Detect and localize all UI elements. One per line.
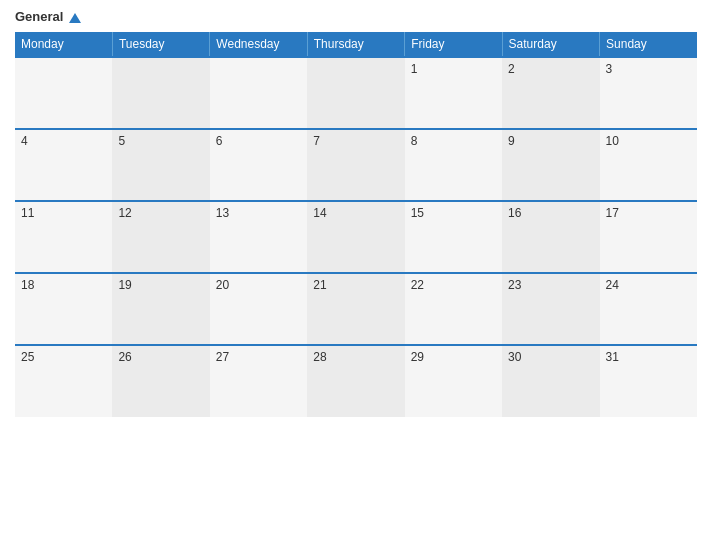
day-number: 9: [508, 134, 515, 148]
logo-general-text: General: [15, 10, 81, 24]
calendar-day-cell: 14: [307, 201, 404, 273]
day-number: 24: [606, 278, 619, 292]
calendar-day-cell: 11: [15, 201, 112, 273]
calendar-day-cell: 30: [502, 345, 599, 417]
day-header-tuesday: Tuesday: [112, 32, 209, 57]
day-header-wednesday: Wednesday: [210, 32, 307, 57]
day-number: 29: [411, 350, 424, 364]
calendar-day-cell: 31: [600, 345, 697, 417]
calendar-day-cell: 3: [600, 57, 697, 129]
calendar-day-cell: 8: [405, 129, 502, 201]
calendar-day-cell: 28: [307, 345, 404, 417]
calendar-day-cell: 19: [112, 273, 209, 345]
calendar-day-cell: 2: [502, 57, 599, 129]
page: General MondayTuesdayWednesdayThursdayFr…: [0, 0, 712, 550]
logo-triangle-icon: [69, 13, 81, 23]
day-number: 5: [118, 134, 125, 148]
calendar-day-cell: 1: [405, 57, 502, 129]
day-header-friday: Friday: [405, 32, 502, 57]
day-number: 2: [508, 62, 515, 76]
calendar-day-cell: 5: [112, 129, 209, 201]
day-number: 28: [313, 350, 326, 364]
calendar-day-cell: 21: [307, 273, 404, 345]
calendar-header-row: MondayTuesdayWednesdayThursdayFridaySatu…: [15, 32, 697, 57]
calendar-day-cell: 15: [405, 201, 502, 273]
day-number: 15: [411, 206, 424, 220]
day-number: 3: [606, 62, 613, 76]
day-number: 25: [21, 350, 34, 364]
calendar-day-cell: 7: [307, 129, 404, 201]
calendar-day-cell: 27: [210, 345, 307, 417]
calendar-week-row: 11121314151617: [15, 201, 697, 273]
day-number: 23: [508, 278, 521, 292]
calendar-day-cell: 9: [502, 129, 599, 201]
day-number: 18: [21, 278, 34, 292]
calendar-day-cell: 18: [15, 273, 112, 345]
day-number: 10: [606, 134, 619, 148]
day-number: 14: [313, 206, 326, 220]
day-number: 21: [313, 278, 326, 292]
calendar-day-cell: [307, 57, 404, 129]
calendar-day-cell: 25: [15, 345, 112, 417]
day-number: 6: [216, 134, 223, 148]
calendar-day-cell: [15, 57, 112, 129]
day-number: 31: [606, 350, 619, 364]
calendar-day-cell: 13: [210, 201, 307, 273]
day-number: 13: [216, 206, 229, 220]
calendar-table: MondayTuesdayWednesdayThursdayFridaySatu…: [15, 32, 697, 417]
calendar-week-row: 45678910: [15, 129, 697, 201]
calendar-day-cell: 23: [502, 273, 599, 345]
day-number: 26: [118, 350, 131, 364]
day-number: 4: [21, 134, 28, 148]
calendar-day-cell: 29: [405, 345, 502, 417]
day-number: 12: [118, 206, 131, 220]
day-header-saturday: Saturday: [502, 32, 599, 57]
calendar-week-row: 18192021222324: [15, 273, 697, 345]
day-header-monday: Monday: [15, 32, 112, 57]
header: General: [15, 10, 697, 24]
day-number: 19: [118, 278, 131, 292]
day-header-sunday: Sunday: [600, 32, 697, 57]
calendar-day-cell: 6: [210, 129, 307, 201]
day-number: 1: [411, 62, 418, 76]
day-number: 17: [606, 206, 619, 220]
calendar-day-cell: 16: [502, 201, 599, 273]
day-number: 22: [411, 278, 424, 292]
calendar-day-cell: 26: [112, 345, 209, 417]
calendar-day-cell: 20: [210, 273, 307, 345]
calendar-day-cell: [112, 57, 209, 129]
calendar-day-cell: 12: [112, 201, 209, 273]
day-number: 16: [508, 206, 521, 220]
calendar-day-cell: 24: [600, 273, 697, 345]
calendar-day-cell: 10: [600, 129, 697, 201]
day-number: 7: [313, 134, 320, 148]
calendar-day-cell: 17: [600, 201, 697, 273]
day-number: 27: [216, 350, 229, 364]
day-header-thursday: Thursday: [307, 32, 404, 57]
day-number: 20: [216, 278, 229, 292]
day-number: 11: [21, 206, 34, 220]
calendar-day-cell: [210, 57, 307, 129]
calendar-week-row: 25262728293031: [15, 345, 697, 417]
logo: General: [15, 10, 81, 24]
calendar-day-cell: 22: [405, 273, 502, 345]
day-number: 30: [508, 350, 521, 364]
calendar-day-cell: 4: [15, 129, 112, 201]
day-number: 8: [411, 134, 418, 148]
calendar-week-row: 123: [15, 57, 697, 129]
